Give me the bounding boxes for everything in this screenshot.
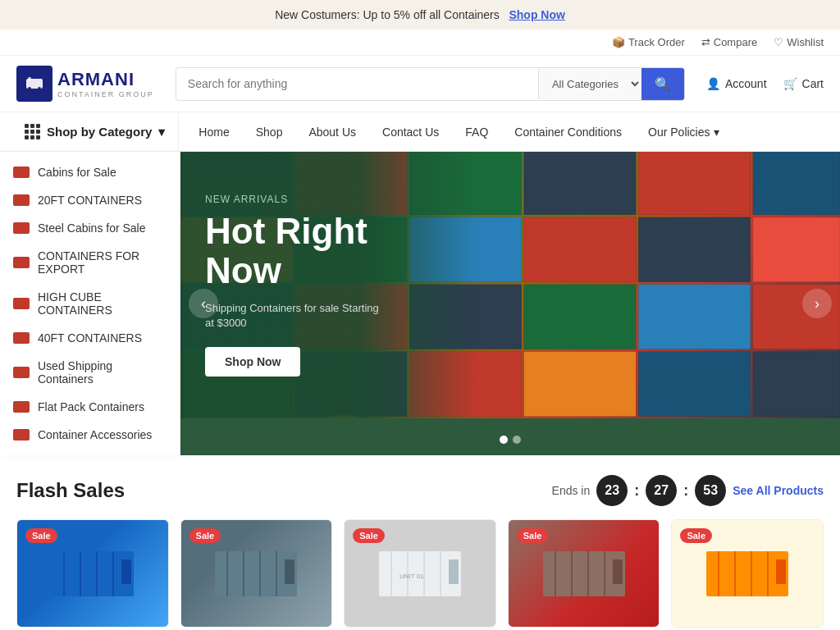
svg-rect-54 — [285, 559, 294, 584]
sidebar-item-used-shipping[interactable]: Used Shipping Containers — [0, 352, 180, 393]
grid-icon — [25, 124, 40, 139]
sidebar-item-flat-pack[interactable]: Flat Pack Containers — [0, 393, 180, 421]
nav-about[interactable]: About Us — [297, 114, 368, 150]
compare-icon: ⇄ — [701, 36, 710, 48]
search-button[interactable]: 🔍 — [641, 68, 684, 100]
svg-rect-73 — [776, 559, 786, 584]
hero-content: NEW ARRIVALS Hot Right Now Shipping Cont… — [180, 169, 410, 401]
flash-sales-section: Flash Sales Ends in 23 : 27 : 53 See All… — [0, 455, 840, 630]
sale-badge-3: Sale — [353, 528, 385, 543]
svg-rect-60 — [449, 559, 459, 584]
nav-contact[interactable]: Contact Us — [371, 114, 450, 150]
banner-link[interactable]: Shop Now — [509, 8, 564, 21]
svg-text:UNIT 01: UNIT 01 — [399, 573, 424, 580]
nav-links: Home Shop About Us Contact Us FAQ Contai… — [179, 114, 730, 150]
nav-shop[interactable]: Shop — [244, 114, 294, 150]
shop-by-category-btn[interactable]: Shop by Category ▾ — [16, 112, 179, 151]
account-button[interactable]: 👤 Account — [706, 77, 767, 90]
sidebar-icon — [13, 429, 30, 441]
svg-rect-25 — [524, 285, 637, 349]
svg-rect-1 — [28, 77, 31, 80]
product-card-3[interactable]: Sale UNIT 01 — [344, 519, 496, 628]
timer-minutes: 27 — [646, 475, 677, 506]
svg-rect-48 — [121, 559, 131, 584]
timer-seconds: 53 — [695, 475, 726, 506]
svg-rect-31 — [524, 352, 637, 417]
sale-badge-2: Sale — [189, 528, 221, 543]
sale-badge-4: Sale — [517, 528, 549, 543]
nav-policies[interactable]: Our Policies ▾ — [637, 114, 730, 150]
wishlist-btn[interactable]: ♡ Wishlist — [774, 36, 824, 48]
sidebar-icon — [13, 257, 30, 268]
header: ARMANI CONTAINER GROUP All Categories 🔍 … — [0, 56, 840, 112]
hero-slide: NEW ARRIVALS Hot Right Now Shipping Cont… — [180, 152, 840, 418]
logo-text: ARMANI — [57, 69, 135, 89]
chevron-down-icon: ▾ — [158, 125, 165, 139]
svg-point-2 — [28, 87, 31, 90]
slider-dots — [500, 436, 521, 444]
sidebar-item-40ft[interactable]: 40FT CONTAINERS — [0, 324, 180, 352]
svg-rect-33 — [753, 352, 840, 417]
timer-sep-2: : — [683, 482, 688, 500]
sidebar-item-20ft[interactable]: 20FT CONTAINERS — [0, 186, 180, 214]
sidebar-dropdown: Cabins for Sale 20FT CONTAINERS Steel Ca… — [0, 152, 180, 455]
track-order-btn[interactable]: 📦 Track Order — [612, 36, 685, 48]
policies-chevron-icon: ▾ — [714, 126, 719, 139]
nav-bar: Shop by Category ▾ Home Shop About Us Co… — [0, 112, 840, 152]
hero-tag: NEW ARRIVALS — [205, 194, 386, 205]
search-icon: 🔍 — [655, 77, 671, 91]
product-card-5[interactable]: Sale — [671, 519, 824, 628]
slider-dot-2[interactable] — [513, 436, 521, 444]
svg-rect-21 — [753, 217, 840, 282]
see-all-btn[interactable]: See All Products — [733, 484, 824, 497]
timer-sep-1: : — [634, 482, 639, 500]
product-card-4[interactable]: Sale — [508, 519, 660, 628]
slider-dot-1[interactable] — [500, 436, 508, 444]
sidebar-item-accessories[interactable]: Container Accessories — [0, 421, 180, 449]
account-icon: 👤 — [706, 77, 720, 90]
svg-rect-67 — [613, 559, 623, 584]
nav-home[interactable]: Home — [187, 114, 240, 150]
flash-sales-header: Flash Sales Ends in 23 : 27 : 53 See All… — [16, 475, 824, 506]
slider-prev-btn[interactable]: ‹ — [189, 289, 218, 318]
flash-sales-timer: Ends in 23 : 27 : 53 See All Products — [552, 475, 824, 506]
sidebar-icon — [13, 332, 30, 344]
product-card-1[interactable]: Sale — [16, 519, 169, 628]
svg-rect-13 — [524, 152, 637, 215]
nav-conditions[interactable]: Container Conditions — [503, 114, 633, 150]
sidebar-icon — [13, 167, 30, 178]
search-input[interactable] — [176, 69, 538, 98]
header-actions: 👤 Account 🛒 Cart — [706, 77, 824, 90]
sidebar-item-cabins[interactable]: Cabins for Sale — [0, 158, 180, 186]
products-row: Sale Sale — [16, 519, 824, 628]
nav-faq[interactable]: FAQ — [454, 114, 500, 150]
svg-rect-14 — [638, 152, 751, 215]
cart-button[interactable]: 🛒 Cart — [783, 77, 824, 90]
svg-rect-20 — [638, 217, 751, 282]
timer-hours: 23 — [596, 475, 628, 506]
search-bar: All Categories 🔍 — [176, 67, 685, 101]
category-select[interactable]: All Categories — [538, 69, 641, 99]
product-card-2[interactable]: Sale — [180, 519, 333, 628]
hero-title: Hot Right Now — [205, 212, 386, 291]
logo-sub: CONTAINER GROUP — [57, 90, 154, 98]
logo-icon — [16, 66, 52, 102]
banner-text: New Costumers: Up to 5% off all Containe… — [275, 8, 500, 21]
hero-slider: NEW ARRIVALS Hot Right Now Shipping Cont… — [180, 152, 840, 455]
hero-subtitle: Shipping Containers for sale Starting at… — [205, 301, 386, 331]
hero-shop-now-btn[interactable]: Shop Now — [205, 347, 300, 377]
svg-rect-26 — [638, 285, 751, 349]
top-banner: New Costumers: Up to 5% off all Containe… — [0, 0, 840, 30]
sidebar-item-export[interactable]: CONTAINERS FOR EXPORT — [0, 242, 180, 283]
sidebar-icon — [13, 401, 30, 413]
compare-btn[interactable]: ⇄ Compare — [701, 36, 757, 48]
svg-point-3 — [38, 87, 41, 90]
cart-icon: 🛒 — [783, 77, 797, 90]
flash-sales-title: Flash Sales — [16, 479, 125, 502]
track-icon: 📦 — [612, 36, 625, 48]
sidebar-item-steel-cabins[interactable]: Steel Cabins for Sale — [0, 214, 180, 242]
main-content: Cabins for Sale 20FT CONTAINERS Steel Ca… — [0, 152, 840, 455]
logo[interactable]: ARMANI CONTAINER GROUP — [16, 66, 154, 102]
slider-next-btn[interactable]: › — [802, 289, 832, 318]
sidebar-item-high-cube[interactable]: HIGH CUBE CONTAINERS — [0, 283, 180, 324]
